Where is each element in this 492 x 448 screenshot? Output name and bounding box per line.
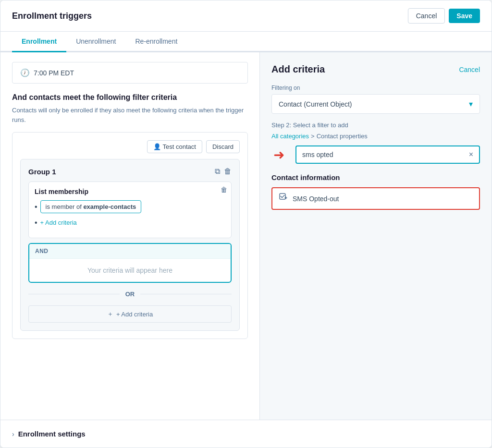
list-membership-block: 🗑 List membership • is member of example… [28,182,232,238]
group-delete-icon[interactable]: 🗑 [224,167,232,176]
criteria-title: List membership [35,188,225,195]
breadcrumb-all[interactable]: All categories [271,133,309,140]
criteria-row: • is member of example-contacts [35,200,225,213]
sms-opted-out-result[interactable]: SMS Opted-out [271,187,480,210]
clock-icon: 🕖 [20,68,30,77]
member-value: example-contacts [83,203,136,210]
breadcrumb-separator: > [311,133,315,140]
search-input-text: sms opted [302,151,469,158]
save-button[interactable]: Save [449,9,480,23]
panel-header: Add criteria Cancel [271,64,480,75]
search-clear-icon[interactable]: × [469,150,473,159]
page-title: Enrollment triggers [12,11,408,21]
add-criteria-inline[interactable]: + Add criteria [40,217,77,228]
group-icons: ⧉ 🗑 [215,167,232,176]
search-box: ➜ sms opted × [295,145,480,164]
section-title: And contacts meet the following filter c… [12,93,248,102]
add-criteria-row: • + Add criteria [35,217,225,228]
test-contact-button[interactable]: 👤 Test contact [147,140,202,153]
bullet-icon: • [35,203,37,211]
time-row: 🕖 7:00 PM EDT [12,62,248,84]
group-title: Group 1 [28,168,56,176]
breadcrumb: All categories > Contact properties [271,133,480,140]
filter-box: 👤 Test contact Discard Group 1 ⧉ 🗑 [12,132,248,339]
discard-button[interactable]: Discard [206,140,240,153]
criteria-delete-icon[interactable]: 🗑 [221,186,227,194]
section-desc: Contacts will only be enrolled if they a… [12,106,248,124]
member-label: is member of [46,203,82,210]
and-placeholder: Your criteria will appear here [29,259,231,282]
cancel-button[interactable]: Cancel [408,8,445,24]
result-label: SMS Opted-out [293,195,339,203]
footer-title: Enrollment settings [18,430,86,438]
header: Enrollment triggers Cancel Save [0,0,492,32]
filtering-on-label: Filtering on [271,85,480,91]
user-icon: 👤 [153,143,161,150]
panel-cancel-button[interactable]: Cancel [459,66,480,73]
group-header: Group 1 ⧉ 🗑 [28,167,232,176]
step-label: Step 2: Select a filter to add [271,121,480,129]
add-criteria-button[interactable]: ＋ + Add criteria [28,305,232,323]
bullet-icon-2: • [35,218,37,227]
criteria-value-box[interactable]: is member of example-contacts [40,200,142,213]
panel-title: Add criteria [271,64,325,75]
tab-unenrollment[interactable]: Unenrollment [66,32,125,52]
group-copy-icon[interactable]: ⧉ [215,167,220,176]
arrow-icon: ➜ [273,147,284,163]
filter-toolbar: 👤 Test contact Discard [20,140,240,153]
filter-select-text: Contact (Current Object) [279,100,352,108]
checkbox-icon [279,193,288,204]
dropdown-arrow-icon: ▾ [469,99,473,109]
breadcrumb-current: Contact properties [317,133,368,140]
or-divider: OR [28,291,232,298]
and-block: AND Your criteria will appear here [28,243,232,283]
footer-row: › Enrollment settings [0,420,492,448]
and-label: AND [29,244,231,259]
contact-info-title: Contact information [271,173,480,182]
left-panel: 🕖 7:00 PM EDT And contacts meet the foll… [0,52,260,420]
group-container: Group 1 ⧉ 🗑 🗑 List membership • [20,159,240,331]
time-display: 7:00 PM EDT [34,69,74,77]
content-area: 🕖 7:00 PM EDT And contacts meet the foll… [0,52,492,420]
tab-bar: Enrollment Unenrollment Re-enrollment [0,32,492,52]
right-panel: Add criteria Cancel Filtering on Contact… [260,52,492,420]
tab-enrollment[interactable]: Enrollment [12,32,66,52]
filter-select-dropdown[interactable]: Contact (Current Object) ▾ [271,94,480,114]
tab-reenrollment[interactable]: Re-enrollment [125,32,187,52]
chevron-right-icon[interactable]: › [12,430,14,438]
plus-icon: ＋ [107,310,113,318]
